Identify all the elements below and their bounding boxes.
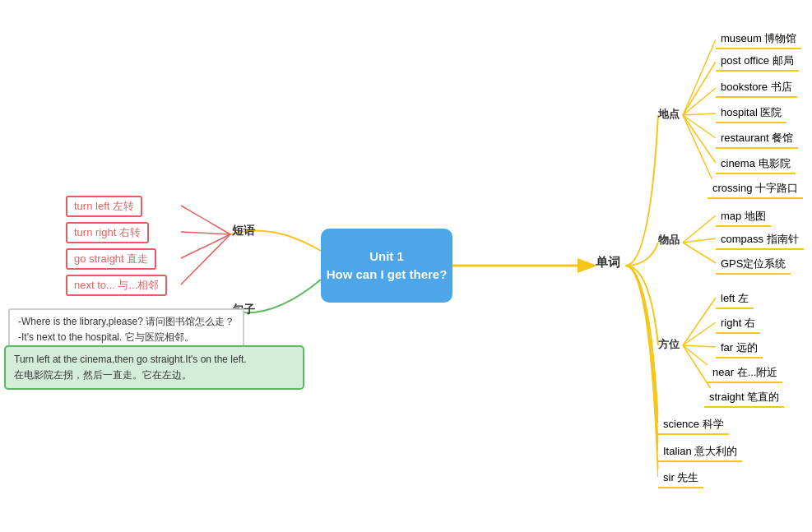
node-museum: museum 博物馆: [716, 30, 801, 49]
sentence-node-2: Turn left at the cinema,then go straight…: [4, 345, 304, 390]
node-near: near 在...附近: [708, 363, 782, 383]
svg-line-0: [683, 39, 716, 115]
node-map: map 地图: [716, 207, 771, 227]
node-gps: GPS定位系统: [716, 255, 791, 275]
svg-line-16: [181, 232, 230, 234]
svg-line-17: [181, 234, 230, 258]
svg-line-3: [683, 113, 716, 115]
svg-line-10: [683, 298, 716, 345]
central-node: Unit 1 How can I get there?: [321, 229, 452, 303]
svg-line-1: [683, 62, 716, 115]
label-fangwei: 方位: [658, 337, 680, 352]
svg-line-12: [683, 345, 716, 347]
node-right: right 右: [716, 314, 760, 334]
node-hospital: hospital 医院: [716, 104, 786, 123]
node-straight: straight 笔直的: [704, 388, 784, 408]
label-duanyu: 短语: [232, 224, 255, 238]
node-italian: Italian 意大利的: [658, 442, 742, 462]
sentence2-line2: 在电影院左拐，然后一直走。它在左边。: [14, 368, 295, 383]
node-postoffice: post office 邮局: [716, 52, 799, 72]
phrase-go-straight: go straight 直走: [66, 248, 156, 270]
central-line2: How can I get there?: [327, 266, 448, 285]
svg-line-2: [683, 88, 716, 115]
node-compass: compass 指南针: [716, 230, 804, 250]
svg-line-5: [683, 115, 716, 163]
node-left: left 左: [716, 289, 754, 309]
node-cinema: cinema 电影院: [716, 155, 796, 174]
node-sir: sir 先生: [658, 469, 703, 488]
node-crossing: crossing 十字路口: [708, 179, 803, 199]
node-restaurant: restaurant 餐馆: [716, 129, 798, 149]
phrase-turn-left: turn left 左转: [66, 196, 142, 217]
sentence2-line1: Turn left at the cinema,then go straight…: [14, 352, 295, 368]
phrase-next-to: next to... 与...相邻: [66, 275, 167, 296]
svg-line-4: [683, 115, 716, 138]
label-wupin: 物品: [658, 233, 680, 247]
node-bookstore: bookstore 书店: [716, 78, 797, 98]
label-duanci: 单词: [596, 255, 620, 271]
phrase-turn-right: turn right 右转: [66, 222, 149, 243]
sentence1-line2: -It's next to the hospital. 它与医院相邻。: [18, 330, 234, 345]
sentence1-line1: -Where is the library,please? 请问图书馆怎么走？: [18, 314, 234, 330]
svg-line-9: [683, 243, 716, 263]
central-line1: Unit 1: [327, 247, 448, 266]
svg-line-11: [683, 322, 716, 345]
svg-line-8: [683, 238, 716, 243]
svg-line-18: [181, 234, 230, 285]
label-didian: 地点: [658, 107, 680, 122]
svg-line-6: [683, 115, 716, 187]
svg-line-7: [683, 215, 716, 243]
node-science: science 科学: [658, 415, 729, 435]
svg-line-15: [181, 206, 230, 234]
node-far: far 远的: [716, 339, 763, 359]
